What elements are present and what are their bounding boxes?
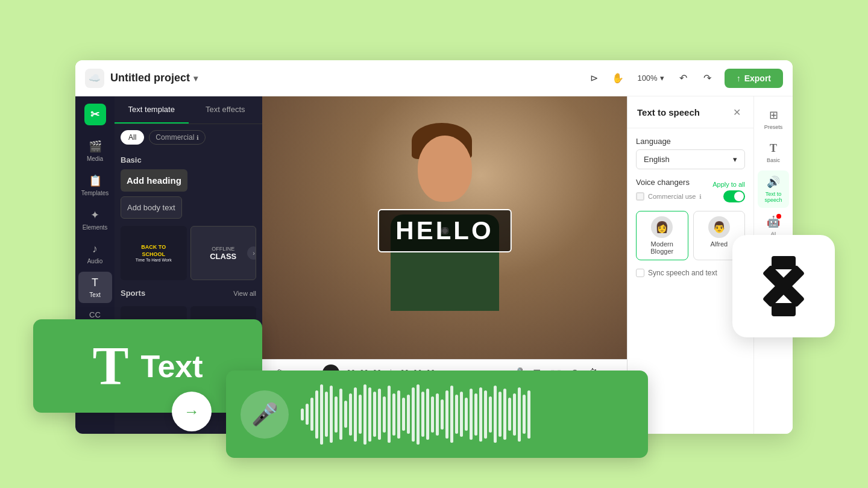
- right-btn-presets[interactable]: ⊞ Presets: [758, 104, 789, 135]
- wave-bar-28: [436, 393, 439, 436]
- wave-bar-36: [474, 393, 477, 436]
- wave-bar-13: [363, 384, 366, 445]
- wave-bar-0: [301, 408, 304, 421]
- right-basic-icon: T: [770, 142, 777, 155]
- wave-bar-29: [441, 399, 444, 430]
- export-label: Export: [744, 74, 771, 83]
- panel-header: Text template Text effects: [115, 96, 262, 124]
- lang-chevron: ▾: [733, 155, 737, 164]
- wave-bar-20: [397, 390, 400, 439]
- tts-title: Text to speech: [637, 107, 700, 117]
- apply-to-all-link[interactable]: Apply to all: [712, 181, 745, 188]
- undo-btn[interactable]: ↶: [674, 69, 693, 88]
- right-btn-tts[interactable]: 🔊 Text to speech: [758, 170, 789, 208]
- commercial-use-label: Commercial use: [648, 193, 696, 200]
- project-title-chevron[interactable]: ▾: [193, 74, 198, 83]
- audio-icon: ♪: [92, 243, 98, 255]
- wave-bar-24: [417, 384, 420, 445]
- svg-rect-2: [772, 256, 796, 269]
- ai-icon-wrapper: 🤖: [767, 215, 780, 228]
- sidebar-item-templates[interactable]: 📋 Templates: [78, 169, 112, 201]
- sync-checkbox[interactable]: [636, 269, 644, 277]
- export-button[interactable]: ↑ Export: [725, 69, 783, 88]
- zoom-level: 100%: [637, 74, 657, 83]
- sidebar-item-media[interactable]: 🎬 Media: [78, 135, 112, 167]
- filter-commercial-btn[interactable]: Commercial ℹ: [149, 130, 206, 145]
- svg-rect-3: [772, 303, 796, 316]
- tab-text-template[interactable]: Text template: [115, 96, 189, 124]
- wave-bar-34: [465, 398, 468, 431]
- cursor-tool-btn[interactable]: ⊳: [584, 69, 603, 88]
- captions-icon: CC: [89, 310, 101, 319]
- wave-bar-35: [470, 389, 473, 440]
- alfred-avatar: 👨: [708, 216, 730, 238]
- toggle-thumb: [734, 192, 744, 201]
- wave-bar-42: [503, 389, 506, 440]
- commercial-checkbox[interactable]: [636, 192, 644, 201]
- waveform: [301, 371, 634, 458]
- right-btn-basic[interactable]: T Basic: [758, 137, 789, 168]
- language-value: English: [644, 155, 670, 164]
- template-grid: BACK TO SCHOOL Time To Hard Work OFFLINE…: [115, 221, 262, 285]
- sync-row: Sync speech and text: [636, 269, 745, 277]
- sidebar-media-label: Media: [87, 155, 103, 162]
- view-all-link[interactable]: View all: [233, 290, 256, 297]
- wave-bar-46: [523, 395, 526, 434]
- commercial-label: Commercial: [156, 133, 194, 142]
- presets-icon: ⊞: [769, 108, 778, 122]
- next-arrow[interactable]: ›: [247, 246, 256, 260]
- wave-bar-6: [330, 386, 333, 443]
- add-body-btn[interactable]: Add body text: [121, 196, 182, 219]
- sidebar-item-audio[interactable]: ♪ Audio: [78, 238, 112, 269]
- voice-card-modern-blogger[interactable]: 👩 Modern Blogger: [636, 211, 688, 260]
- wave-bar-2: [310, 398, 313, 431]
- sync-label: Sync speech and text: [648, 269, 717, 277]
- add-heading-btn[interactable]: Add heading: [121, 169, 187, 192]
- capcut-logo-float: [732, 235, 835, 337]
- mic-icon: 🎤: [251, 402, 278, 427]
- alfred-name: Alfred: [710, 240, 728, 248]
- video-preview: HELLO: [262, 96, 627, 359]
- wave-bar-30: [445, 390, 448, 439]
- voice-changers-section: Voice changers Apply to all Commercial u…: [636, 178, 745, 202]
- template-card-back-to-school[interactable]: BACK TO SCHOOL Time To Hard Work: [121, 226, 187, 280]
- wave-bar-5: [325, 392, 328, 437]
- template-card-class[interactable]: OFFLINE CLASS ›: [190, 226, 257, 280]
- wave-bar-45: [518, 387, 521, 442]
- redo-btn[interactable]: ↷: [698, 69, 717, 88]
- modern-blogger-name: Modern Blogger: [641, 240, 683, 255]
- big-t-icon: T: [92, 335, 128, 397]
- sidebar-item-elements[interactable]: ✦ Elements: [78, 204, 112, 236]
- sidebar-item-text[interactable]: T Text: [78, 272, 112, 303]
- cloud-icon: ☁️: [85, 69, 104, 88]
- top-bar: ☁️ Untitled project ▾ ⊳ ✋ 100% ▾ ↶ ↷ ↑ E…: [75, 60, 793, 96]
- zoom-display[interactable]: 100% ▾: [632, 71, 668, 85]
- modern-blogger-avatar: 👩: [651, 216, 673, 238]
- wave-bar-16: [378, 389, 381, 440]
- tab-text-effects[interactable]: Text effects: [189, 96, 263, 124]
- wave-bar-19: [392, 393, 395, 436]
- hand-tool-btn[interactable]: ✋: [608, 69, 627, 88]
- text-icon: T: [92, 277, 98, 289]
- language-dropdown[interactable]: English ▾: [636, 149, 745, 169]
- wave-bar-1: [306, 404, 309, 425]
- filter-all-btn[interactable]: All: [121, 130, 144, 145]
- sports-label-text: Sports: [121, 289, 145, 298]
- wave-bar-47: [527, 390, 530, 439]
- hello-text[interactable]: HELLO: [377, 209, 511, 252]
- capcut-logo-svg: [753, 256, 814, 316]
- wave-bar-27: [431, 396, 434, 433]
- top-bar-center: ⊳ ✋ 100% ▾ ↶ ↷: [584, 69, 717, 88]
- wave-bar-33: [460, 392, 463, 437]
- wave-bar-31: [450, 386, 453, 443]
- commercial-toggle[interactable]: [723, 190, 745, 202]
- tts-close-btn[interactable]: ✕: [729, 105, 744, 119]
- wave-bar-8: [339, 389, 342, 440]
- sidebar-templates-label: Templates: [81, 190, 109, 196]
- wave-bar-3: [315, 390, 318, 439]
- basic-section-label: Basic: [115, 151, 262, 167]
- wave-bar-7: [335, 396, 338, 433]
- wave-bar-26: [426, 389, 429, 440]
- media-icon: 🎬: [89, 140, 102, 153]
- wave-bar-38: [484, 390, 487, 439]
